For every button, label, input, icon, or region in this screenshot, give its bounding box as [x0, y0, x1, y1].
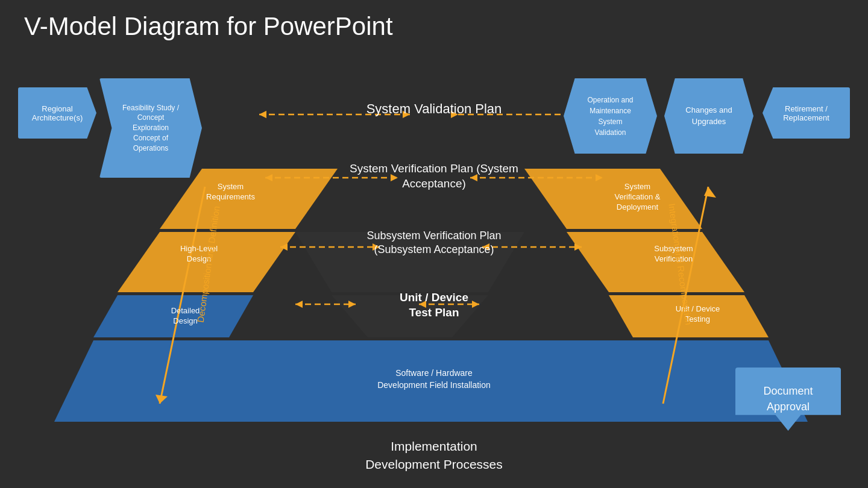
label-system-requirements: System Requirements	[178, 182, 283, 202]
label-system-validation: System Validation Plan	[0, 101, 868, 117]
svg-marker-37	[704, 187, 716, 198]
page-title: V-Model Diagram for PowerPoint	[24, 12, 393, 41]
v-model-diagram: Regional Architecture(s) Feasibility Stu…	[0, 66, 868, 482]
label-subsystem-verification: Subsystem Verification Plan (Subsystem A…	[217, 229, 651, 257]
box-feasibility: Feasibility Study / Concept Exploration …	[99, 78, 202, 178]
label-detailed-design: Detailed Design	[139, 306, 232, 327]
label-unit-device-test: Unit / Device Test Plan	[271, 290, 597, 320]
label-high-level-design: High-Level Design	[151, 244, 247, 264]
label-implementation: Implementation Development Processes	[0, 437, 868, 473]
label-unit-device-testing: Unit / Device Testing	[645, 304, 750, 325]
